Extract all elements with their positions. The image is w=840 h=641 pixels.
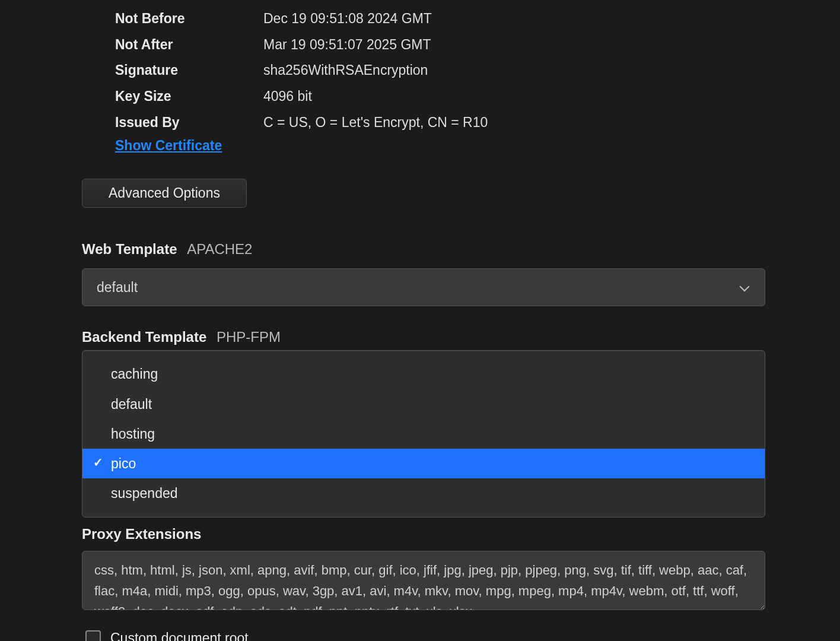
backend-option-hosting[interactable]: hosting <box>82 419 765 449</box>
cert-row-not-before: Not Before Dec 19 09:51:08 2024 GMT <box>82 6 765 32</box>
proxy-extensions-label: Proxy Extensions <box>82 526 765 542</box>
web-template-sublabel: APACHE2 <box>187 241 252 257</box>
web-template-select[interactable]: default <box>82 268 765 306</box>
cert-value: 4096 bit <box>263 84 312 110</box>
backend-template-dropdown[interactable]: caching default hosting pico suspended <box>82 350 765 517</box>
backend-template-heading: Backend Template PHP-FPM <box>82 329 765 345</box>
cert-row-not-after: Not After Mar 19 09:51:07 2025 GMT <box>82 32 765 58</box>
show-certificate-link[interactable]: Show Certificate <box>115 138 222 153</box>
backend-option-suspended[interactable]: suspended <box>82 478 765 508</box>
cert-row-signature: Signature sha256WithRSAEncryption <box>82 58 765 84</box>
backend-option-caching[interactable]: caching <box>82 359 765 389</box>
cert-value: Dec 19 09:51:08 2024 GMT <box>263 6 432 32</box>
cert-row-issued-by: Issued By C = US, O = Let's Encrypt, CN … <box>82 110 765 136</box>
backend-option-default[interactable]: default <box>82 389 765 419</box>
web-template-value: default <box>97 280 138 296</box>
cert-label: Signature <box>115 58 263 84</box>
backend-template-label: Backend Template <box>82 329 206 345</box>
custom-document-root-checkbox[interactable] <box>85 630 101 641</box>
cert-label: Not Before <box>115 6 263 32</box>
cert-value: sha256WithRSAEncryption <box>263 58 428 84</box>
cert-value: Mar 19 09:51:07 2025 GMT <box>263 32 431 58</box>
cert-label: Issued By <box>115 110 263 136</box>
backend-option-pico[interactable]: pico <box>82 449 765 478</box>
backend-template-sublabel: PHP-FPM <box>217 329 281 345</box>
cert-label: Key Size <box>115 84 263 110</box>
cert-row-key-size: Key Size 4096 bit <box>82 84 765 110</box>
custom-document-root-label: Custom document root <box>110 630 249 641</box>
cert-value: C = US, O = Let's Encrypt, CN = R10 <box>263 110 488 136</box>
advanced-options-button[interactable]: Advanced Options <box>82 179 247 208</box>
proxy-extensions-textarea[interactable] <box>82 551 765 610</box>
chevron-down-icon <box>740 282 750 293</box>
cert-label: Not After <box>115 32 263 58</box>
web-template-label: Web Template <box>82 241 177 257</box>
web-template-heading: Web Template APACHE2 <box>82 241 765 258</box>
